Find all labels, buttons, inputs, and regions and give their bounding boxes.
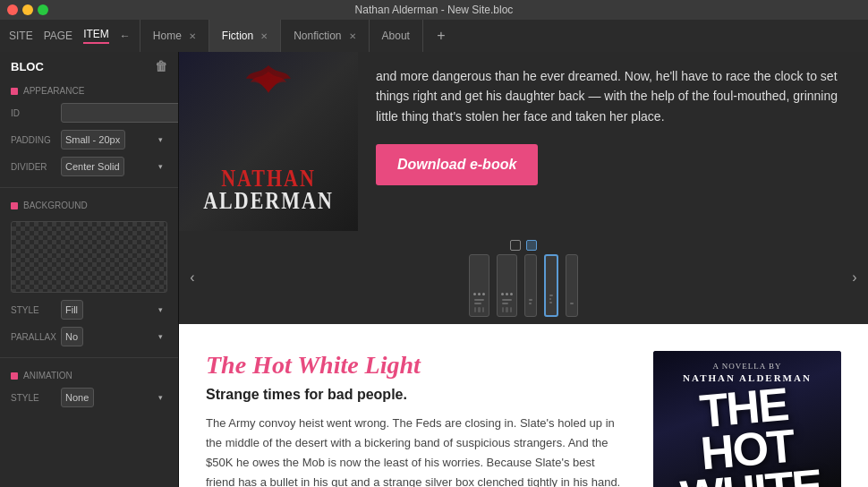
window-controls: [7, 4, 48, 15]
anim-style-select[interactable]: None: [61, 388, 94, 407]
style-select[interactable]: Fill: [61, 300, 83, 320]
bloc-label: BLOC: [11, 60, 44, 73]
carousel-prev-button[interactable]: ‹: [179, 264, 206, 291]
left-panel: BLOC 🗑 APPEARANCE ID PADDING Small - 20p…: [0, 52, 179, 487]
thumb-lines-2: [502, 299, 511, 304]
book-right-image: A NOVELLA BY NATHAN ALDERMAN THE HOTWHIT…: [653, 351, 841, 487]
parallax-select-wrapper: No: [61, 327, 167, 346]
book-cover-lastname: ALDERMAN: [179, 187, 358, 215]
book-right-big-title: THE HOTWHITE: [653, 379, 841, 487]
bg-preview[interactable]: [11, 221, 167, 293]
site-nav: SITE PAGE ITEM ←: [0, 20, 140, 52]
carousel-thumb-3[interactable]: [524, 254, 537, 317]
book-cover-image: NATHAN ALDERMAN: [179, 52, 358, 231]
carousel-thumb-1[interactable]: [469, 254, 489, 317]
carousel-thumbnails: [462, 254, 585, 317]
book-text-section: The Hot White Light Strange times for ba…: [206, 351, 626, 487]
book-right-title-art: THE HOTWHITE: [653, 405, 841, 487]
divider-field-row: DIVIDER Center Solid: [0, 153, 178, 180]
id-input[interactable]: [61, 103, 179, 123]
download-ebook-button[interactable]: Download e-book: [376, 144, 538, 185]
book-top-section: NATHAN ALDERMAN and more dangerous than …: [179, 52, 868, 231]
titlebar: Nathan Alderman - New Site.bloc: [0, 0, 868, 20]
book-body-text: The Army convoy heist went wrong. The Fe…: [206, 414, 626, 487]
site-nav-item[interactable]: ITEM: [83, 28, 109, 44]
book-right-byline: A NOVELLA BY: [653, 362, 841, 371]
book-cover-ornament: [242, 61, 295, 122]
main-layout: BLOC 🗑 APPEARANCE ID PADDING Small - 20p…: [0, 52, 868, 487]
appearance-section-label: APPEARANCE: [0, 81, 178, 99]
book-cover: NATHAN ALDERMAN: [179, 52, 358, 231]
carousel-next-button[interactable]: ›: [841, 264, 868, 291]
add-tab-button[interactable]: +: [427, 20, 455, 52]
padding-field-row: PADDING Small - 20px: [0, 126, 178, 153]
tab-about[interactable]: About: [370, 20, 423, 52]
site-nav-site[interactable]: SITE: [9, 30, 33, 42]
padding-label: PADDING: [11, 135, 54, 145]
animation-section-label: ANIMATION: [0, 365, 178, 384]
book-description: and more dangerous than he ever dreamed.…: [376, 66, 850, 126]
thumb-lines-3: [529, 299, 532, 304]
padding-select-wrapper: Small - 20px: [61, 130, 167, 150]
book-cover-text: NATHAN ALDERMAN: [179, 168, 358, 213]
anim-style-label: STYLE: [11, 393, 54, 403]
style-select-wrapper: Fill: [61, 300, 167, 320]
tab-home[interactable]: Home ✕: [140, 20, 209, 52]
id-field-row: ID: [0, 99, 178, 126]
carousel-thumb-2[interactable]: [497, 254, 517, 317]
style-label: STYLE: [11, 305, 54, 315]
carousel-thumb-4[interactable]: [544, 254, 558, 317]
padding-select[interactable]: Small - 20px: [61, 130, 125, 150]
tab-fiction[interactable]: Fiction ✕: [209, 20, 281, 52]
carousel-nav: ‹: [179, 231, 868, 324]
id-label: ID: [11, 108, 54, 118]
tab-nonfiction[interactable]: Nonfiction ✕: [281, 20, 369, 52]
background-dot: [11, 202, 18, 209]
maximize-button[interactable]: [38, 4, 48, 15]
book-subtitle: Strange times for bad people.: [206, 387, 626, 403]
tab-close-fiction[interactable]: ✕: [260, 31, 268, 41]
tab-close-nonfiction[interactable]: ✕: [349, 31, 356, 41]
parallax-field-row: PARALLAX No: [0, 323, 178, 350]
section-divider-1: [0, 187, 178, 188]
carousel-dot-1[interactable]: [510, 240, 521, 251]
site-nav-page[interactable]: PAGE: [44, 30, 72, 42]
panel-header: BLOC 🗑: [0, 52, 178, 81]
thumb-lines-4: [549, 295, 552, 303]
parallax-label: PARALLAX: [11, 332, 54, 342]
appearance-dot: [11, 88, 18, 95]
section-divider-2: [0, 357, 178, 358]
thumb-lines-5: [570, 303, 573, 304]
thumb-lines-1: [474, 299, 483, 304]
close-button[interactable]: [7, 4, 18, 15]
animation-dot: [11, 372, 18, 380]
parallax-select[interactable]: No: [61, 327, 83, 346]
style-field-row: STYLE Fill: [0, 296, 178, 323]
tab-close-home[interactable]: ✕: [189, 31, 196, 41]
thumb-dots-2: [501, 293, 513, 295]
book-title: The Hot White Light: [206, 351, 626, 380]
white-section: The Hot White Light Strange times for ba…: [179, 324, 868, 487]
anim-style-select-wrapper: None: [61, 388, 167, 407]
carousel-content: [206, 238, 841, 317]
divider-select[interactable]: Center Solid: [61, 157, 124, 176]
carousel-dots: [510, 238, 537, 251]
window-title: Nathan Alderman - New Site.bloc: [355, 4, 514, 16]
minimize-button[interactable]: [22, 4, 33, 15]
trash-icon[interactable]: 🗑: [155, 59, 167, 73]
divider-select-wrapper: Center Solid: [61, 157, 167, 176]
back-button[interactable]: ←: [120, 30, 131, 42]
carousel-thumb-5[interactable]: [566, 254, 578, 317]
tabs-area: Home ✕ Fiction ✕ Nonfiction ✕ About +: [140, 20, 868, 52]
book-info: and more dangerous than he ever dreamed.…: [358, 52, 868, 231]
thumb-dots-1: [473, 293, 485, 295]
topbar: SITE PAGE ITEM ← Home ✕ Fiction ✕ Nonfic…: [0, 20, 868, 52]
bg-preview-section: [0, 214, 178, 296]
divider-label: DIVIDER: [11, 162, 54, 172]
content-area: NATHAN ALDERMAN and more dangerous than …: [179, 52, 868, 487]
anim-style-field-row: STYLE None: [0, 384, 178, 411]
background-section-label: BACKGROUND: [0, 195, 178, 214]
carousel-dot-2[interactable]: [526, 240, 537, 251]
